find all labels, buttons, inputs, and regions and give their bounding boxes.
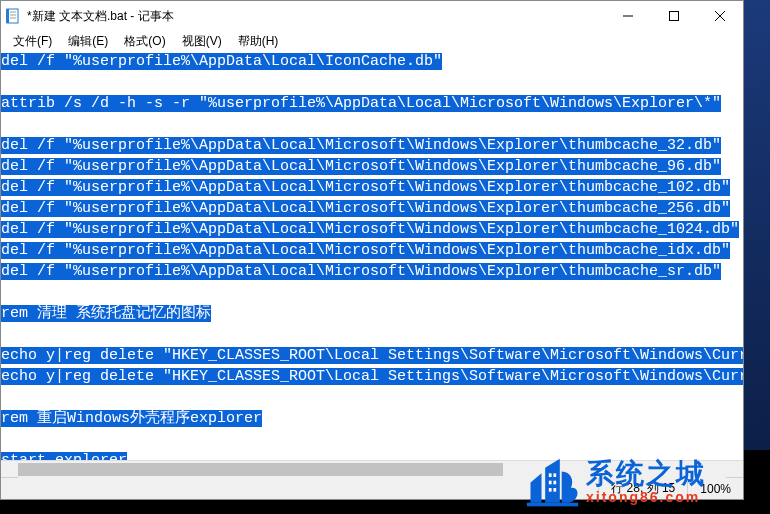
text-editor[interactable]: del /f "%userprofile%\AppData\Local\Icon… bbox=[1, 51, 743, 460]
window-controls bbox=[605, 1, 743, 31]
scrollbar-track[interactable] bbox=[18, 461, 726, 478]
status-position: 行 28, 列 15 bbox=[598, 478, 687, 499]
status-zoom: 100% bbox=[687, 478, 743, 499]
horizontal-scrollbar[interactable] bbox=[1, 460, 743, 477]
editor-line[interactable] bbox=[1, 387, 743, 408]
editor-line[interactable]: start explorer bbox=[1, 450, 743, 460]
editor-line[interactable] bbox=[1, 324, 743, 345]
editor-line[interactable]: rem 重启Windows外壳程序explorer bbox=[1, 408, 743, 429]
editor-line[interactable]: del /f "%userprofile%\AppData\Local\Icon… bbox=[1, 51, 743, 72]
menu-view[interactable]: 视图(V) bbox=[174, 31, 230, 52]
editor-line[interactable]: attrib /s /d -h -s -r "%userprofile%\App… bbox=[1, 93, 743, 114]
menubar: 文件(F) 编辑(E) 格式(O) 视图(V) 帮助(H) bbox=[1, 31, 743, 51]
editor-line[interactable]: del /f "%userprofile%\AppData\Local\Micr… bbox=[1, 135, 743, 156]
notepad-icon bbox=[5, 8, 21, 24]
titlebar[interactable]: *新建 文本文档.bat - 记事本 bbox=[1, 1, 743, 31]
scrollbar-thumb[interactable] bbox=[18, 463, 503, 476]
editor-line[interactable]: del /f "%userprofile%\AppData\Local\Micr… bbox=[1, 219, 743, 240]
menu-format[interactable]: 格式(O) bbox=[116, 31, 173, 52]
editor-line[interactable]: del /f "%userprofile%\AppData\Local\Micr… bbox=[1, 198, 743, 219]
window-title: *新建 文本文档.bat - 记事本 bbox=[27, 8, 605, 25]
svg-rect-1 bbox=[6, 9, 9, 23]
menu-edit[interactable]: 编辑(E) bbox=[60, 31, 116, 52]
editor-line[interactable] bbox=[1, 114, 743, 135]
editor-line[interactable] bbox=[1, 282, 743, 303]
notepad-window: *新建 文本文档.bat - 记事本 文件(F) 编辑(E) 格式(O) 视图(… bbox=[0, 0, 744, 500]
menu-file[interactable]: 文件(F) bbox=[5, 31, 60, 52]
editor-line[interactable]: del /f "%userprofile%\AppData\Local\Micr… bbox=[1, 240, 743, 261]
menu-help[interactable]: 帮助(H) bbox=[230, 31, 287, 52]
maximize-button[interactable] bbox=[651, 1, 697, 31]
svg-rect-6 bbox=[670, 12, 679, 21]
svg-rect-15 bbox=[527, 502, 578, 506]
editor-line[interactable]: rem 清理 系统托盘记忆的图标 bbox=[1, 303, 743, 324]
editor-line[interactable]: echo y|reg delete "HKEY_CLASSES_ROOT\Loc… bbox=[1, 345, 743, 366]
minimize-button[interactable] bbox=[605, 1, 651, 31]
desktop-background-strip bbox=[744, 0, 770, 450]
editor-line[interactable]: del /f "%userprofile%\AppData\Local\Micr… bbox=[1, 261, 743, 282]
close-button[interactable] bbox=[697, 1, 743, 31]
editor-line[interactable] bbox=[1, 72, 743, 93]
editor-line[interactable]: del /f "%userprofile%\AppData\Local\Micr… bbox=[1, 177, 743, 198]
editor-line[interactable]: echo y|reg delete "HKEY_CLASSES_ROOT\Loc… bbox=[1, 366, 743, 387]
editor-line[interactable]: del /f "%userprofile%\AppData\Local\Micr… bbox=[1, 156, 743, 177]
statusbar: 行 28, 列 15 100% bbox=[1, 477, 743, 499]
status-spacer bbox=[1, 478, 598, 499]
editor-line[interactable] bbox=[1, 429, 743, 450]
